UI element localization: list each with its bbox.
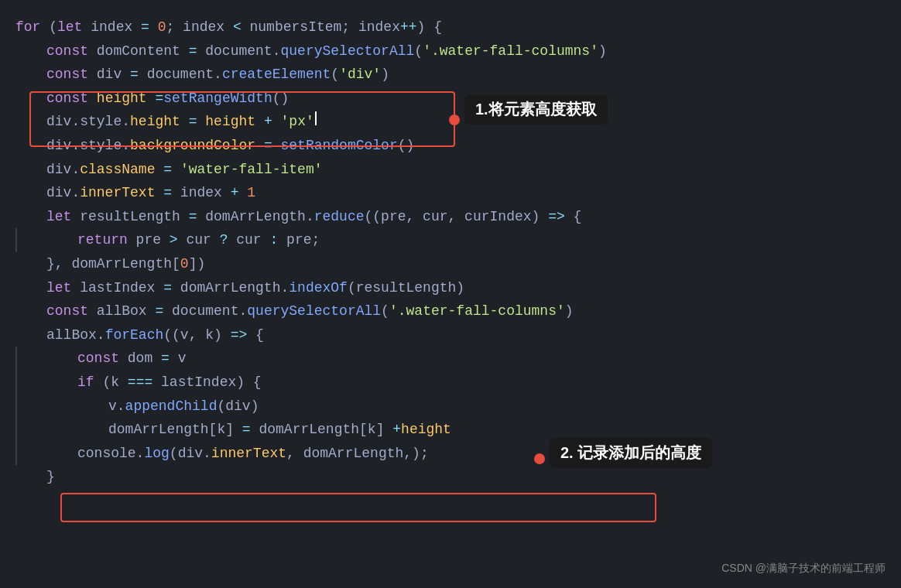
- code-token: if: [77, 371, 94, 395]
- code-token: div: [88, 63, 130, 87]
- code-token: (: [381, 299, 389, 323]
- code-line: div.innerText = index + 1: [15, 181, 901, 205]
- code-line: div.style.backgroundColor = setRandomCol…: [15, 134, 901, 158]
- code-token: [147, 87, 156, 111]
- code-token: setRandomColor: [281, 134, 398, 158]
- code-line: allBox.forEach((v, k) => {: [15, 323, 901, 347]
- code-token: v: [170, 347, 187, 371]
- code-token: [155, 158, 163, 182]
- code-token: , domArrLength,);: [286, 442, 429, 466]
- code-token: setRangeWidth: [163, 87, 272, 111]
- code-line: for (let index = 0; index < numbersItem;…: [15, 15, 901, 39]
- code-token: +: [392, 418, 401, 442]
- code-token: =: [141, 15, 149, 39]
- code-token: =: [155, 87, 163, 111]
- code-token: =>: [548, 205, 565, 229]
- code-token: {: [565, 205, 582, 229]
- code-token: const: [46, 87, 88, 111]
- code-line: }, domArrLength[0]): [15, 252, 901, 276]
- code-token: (div.: [170, 442, 211, 466]
- code-token: document.: [163, 299, 247, 323]
- code-token: appendChild: [125, 395, 218, 419]
- code-token: div.: [46, 158, 80, 182]
- code-token: +: [264, 110, 272, 134]
- code-token: (: [40, 15, 57, 39]
- code-token: =: [163, 158, 172, 182]
- code-token: '.water-fall-columns': [389, 299, 565, 323]
- code-token: pre: [128, 228, 170, 252]
- code-token: domArrLength[k]: [108, 418, 242, 442]
- code-line: domArrLength[k] = domArrLength[k] +heigh…: [15, 418, 901, 442]
- code-token: ((pre, cur, curIndex): [365, 205, 549, 229]
- code-line: const height =setRangeWidth(): [15, 87, 901, 111]
- code-token: backgroundColor: [130, 134, 255, 158]
- code-line: let resultLength = domArrLength.reduce((…: [15, 205, 901, 229]
- code-token: [149, 15, 158, 39]
- code-token: ; index: [166, 15, 232, 39]
- code-line: console.log(div.innerText, domArrLength,…: [15, 442, 901, 466]
- code-token: [88, 87, 97, 111]
- code-token: className: [80, 158, 155, 182]
- code-token: 'div': [339, 63, 381, 87]
- code-token: domArrLength[k]: [251, 418, 393, 442]
- code-token: const: [46, 299, 88, 323]
- code-token: =: [189, 39, 197, 63]
- code-token: [180, 110, 189, 134]
- code-token: (k: [94, 371, 128, 395]
- annotation-box-2: 2. 记录添加后的高度: [550, 438, 712, 468]
- code-line: const allBox = document.querySelectorAll…: [15, 299, 901, 323]
- code-token: ===: [128, 371, 152, 395]
- code-token: =: [189, 110, 197, 134]
- code-token: (: [414, 39, 423, 63]
- code-token: for: [15, 15, 40, 39]
- code-token: [239, 181, 248, 205]
- code-token: [272, 134, 281, 158]
- code-token: innerText: [211, 442, 286, 466]
- code-token: domArrLength.: [197, 205, 313, 229]
- code-line: let lastIndex = domArrLength.indexOf(res…: [15, 276, 901, 300]
- code-line: div.className = 'water-fall-item': [15, 158, 901, 182]
- code-line: const div = document.createElement('div'…: [15, 63, 901, 87]
- code-token: let: [57, 15, 82, 39]
- annotation-box-1: 1.将元素高度获取: [464, 94, 608, 125]
- code-token: cur: [228, 228, 269, 252]
- code-token: indexOf: [289, 276, 348, 300]
- code-token: [255, 134, 264, 158]
- code-token: let: [46, 276, 71, 300]
- code-token: dom: [119, 347, 161, 371]
- code-token: return: [77, 228, 128, 252]
- code-token: innerText: [80, 181, 155, 205]
- code-token: =: [264, 134, 272, 158]
- code-token: querySelectorAll: [247, 299, 381, 323]
- code-token: +: [231, 181, 239, 205]
- code-token: reduce: [314, 205, 365, 229]
- code-token: (: [331, 63, 339, 87]
- code-token: ?: [220, 228, 228, 252]
- code-token: 'water-fall-item': [180, 158, 323, 182]
- code-token: (resultLength): [348, 276, 464, 300]
- code-token: (): [398, 134, 415, 158]
- code-token: [172, 158, 180, 182]
- code-token: resultLength: [71, 205, 188, 229]
- red-dot-1: [449, 115, 460, 125]
- code-token: ((v, k): [163, 323, 230, 347]
- code-token: [255, 110, 264, 134]
- code-line: const domContent = document.querySelecto…: [15, 39, 901, 63]
- code-token: =: [130, 63, 139, 87]
- code-token: [155, 181, 163, 205]
- code-token: =: [163, 276, 172, 300]
- code-token: =: [155, 299, 163, 323]
- code-token: (): [272, 87, 289, 111]
- red-dot-2: [534, 453, 545, 464]
- code-token: 0: [158, 15, 166, 39]
- code-token: allBox: [88, 299, 155, 323]
- code-token: ): [381, 63, 389, 87]
- attribution: CSDN @满脑子技术的前端工程师: [721, 562, 886, 576]
- code-token: createElement: [222, 63, 331, 87]
- code-container: for (let index = 0; index < numbersItem;…: [0, 0, 901, 588]
- code-token: div.: [46, 181, 80, 205]
- code-token: log: [144, 442, 169, 466]
- code-token: pre;: [278, 228, 320, 252]
- code-token: 0: [180, 252, 189, 276]
- code-token: div.style.: [46, 134, 130, 158]
